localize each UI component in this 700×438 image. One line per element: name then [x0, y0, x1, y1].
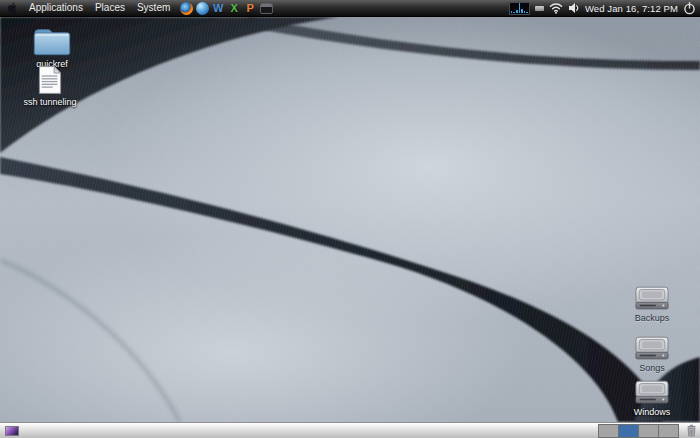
menu-system[interactable]: System: [131, 0, 176, 16]
battery-icon[interactable]: [535, 6, 544, 11]
top-panel: Applications Places System W X P: [0, 0, 700, 17]
workspace-cell[interactable]: [598, 424, 619, 438]
wallpaper-image: [0, 17, 700, 422]
clock-applet[interactable]: Wed Jan 16, 7:12 PM: [585, 3, 678, 14]
main-menu-button[interactable]: [5, 1, 18, 15]
workspace-switcher: [599, 424, 679, 438]
menu-places[interactable]: Places: [89, 0, 131, 16]
power-icon[interactable]: [683, 2, 696, 15]
show-desktop-button[interactable]: [2, 424, 22, 437]
workspace-cell[interactable]: [658, 424, 679, 438]
firefox-icon[interactable]: [179, 1, 193, 15]
desktop-screen: Applications Places System W X P: [0, 0, 700, 438]
desktop-icon-ssh-tunneling[interactable]: ssh tunneling: [18, 65, 82, 107]
web-globe-icon[interactable]: [195, 1, 209, 15]
icon-label: ssh tunneling: [23, 97, 76, 107]
bottom-panel: [0, 422, 700, 438]
desktop-thumbnail-icon: [5, 426, 19, 436]
terminal-icon[interactable]: [259, 1, 273, 15]
workspace-cell[interactable]: [618, 424, 639, 438]
cpu-monitor-applet[interactable]: [509, 2, 530, 15]
hard-drive-icon: [635, 380, 669, 405]
folder-icon: [32, 26, 72, 57]
excel-icon[interactable]: X: [227, 1, 241, 15]
icon-label: Backups: [635, 313, 670, 323]
icon-label: Songs: [639, 363, 665, 373]
trash-icon: [686, 424, 697, 437]
trash-applet[interactable]: [684, 424, 698, 438]
panel-launchers: W X P: [179, 1, 273, 15]
hard-drive-icon: [635, 286, 669, 311]
volume-icon[interactable]: [568, 2, 580, 14]
desktop-icon-windows[interactable]: Windows: [620, 380, 684, 417]
document-icon: [38, 65, 62, 95]
workspace-cell[interactable]: [638, 424, 659, 438]
desktop-icon-quickref[interactable]: quickref: [20, 26, 84, 69]
desktop-wallpaper[interactable]: quickref ssh tunneling: [0, 17, 700, 422]
apple-logo-icon: [5, 1, 18, 15]
menu-applications[interactable]: Applications: [23, 0, 89, 16]
desktop-icon-songs[interactable]: Songs: [620, 336, 684, 373]
system-tray: Wed Jan 16, 7:12 PM: [509, 2, 696, 15]
powerpoint-icon[interactable]: P: [243, 1, 257, 15]
desktop-icon-backups[interactable]: Backups: [620, 286, 684, 323]
word-icon[interactable]: W: [211, 1, 225, 15]
wifi-icon[interactable]: [549, 2, 563, 14]
hard-drive-icon: [635, 336, 669, 361]
icon-label: Windows: [634, 407, 671, 417]
